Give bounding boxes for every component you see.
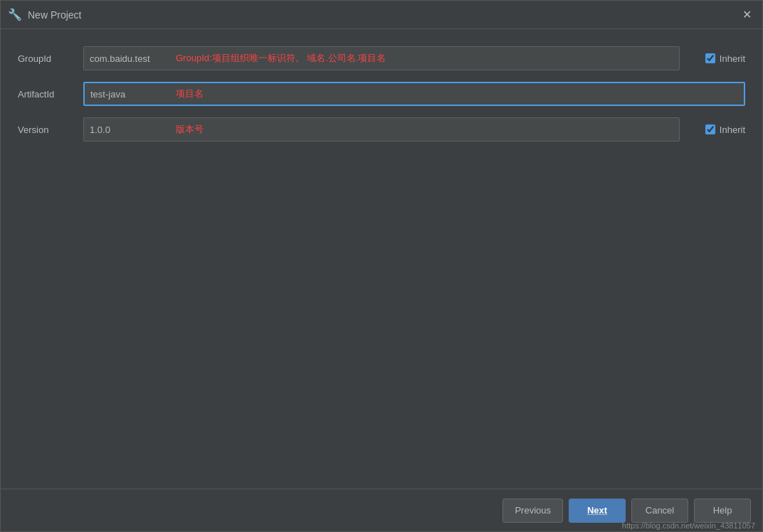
- groupid-input[interactable]: [83, 46, 680, 70]
- form-content: GroupId GroupId:项目组织唯一标识符。 域名.公司名.项目名 In…: [1, 29, 762, 489]
- cancel-label: Cancel: [646, 505, 674, 516]
- groupid-row: GroupId GroupId:项目组织唯一标识符。 域名.公司名.项目名 In…: [18, 46, 745, 70]
- version-inherit-label: Inherit: [720, 124, 745, 135]
- version-label: Version: [18, 124, 75, 135]
- version-input-wrapper: 版本号: [83, 117, 680, 142]
- footer-url: https://blog.csdn.net/weixin_43811057: [622, 521, 755, 530]
- dialog-new-project: 🔧 New Project ✕ GroupId GroupId:项目组织唯一标识…: [0, 0, 763, 532]
- help-label: Help: [713, 505, 732, 516]
- groupid-label: GroupId: [18, 53, 75, 64]
- artifactid-row: ArtifactId 项目名: [18, 82, 745, 106]
- version-inherit-group: Inherit: [688, 124, 745, 135]
- project-icon: 🔧: [8, 8, 22, 22]
- next-button[interactable]: Next: [569, 499, 626, 523]
- title-bar-left: 🔧 New Project: [8, 8, 81, 22]
- previous-label: Previous: [515, 505, 551, 516]
- next-label: Next: [587, 505, 607, 516]
- artifactid-input[interactable]: [83, 82, 745, 106]
- version-row: Version 版本号 Inherit: [18, 117, 745, 142]
- version-input[interactable]: [83, 117, 680, 142]
- cancel-button[interactable]: Cancel: [631, 499, 688, 523]
- groupid-input-wrapper: GroupId:项目组织唯一标识符。 域名.公司名.项目名: [83, 46, 680, 70]
- bottom-bar: Previous Next Cancel Help https://blog.c…: [1, 489, 762, 531]
- groupid-inherit-checkbox[interactable]: [705, 53, 715, 63]
- groupid-inherit-label: Inherit: [720, 53, 745, 64]
- dialog-title: New Project: [28, 9, 81, 21]
- close-button[interactable]: ✕: [738, 6, 755, 23]
- help-button[interactable]: Help: [694, 499, 751, 523]
- groupid-inherit-group: Inherit: [688, 53, 745, 64]
- title-bar: 🔧 New Project ✕: [1, 1, 762, 29]
- content-spacer: [18, 153, 745, 472]
- previous-button[interactable]: Previous: [502, 499, 563, 523]
- version-inherit-checkbox[interactable]: [705, 124, 715, 134]
- artifactid-label: ArtifactId: [18, 89, 75, 100]
- artifactid-input-wrapper: 项目名: [83, 82, 745, 106]
